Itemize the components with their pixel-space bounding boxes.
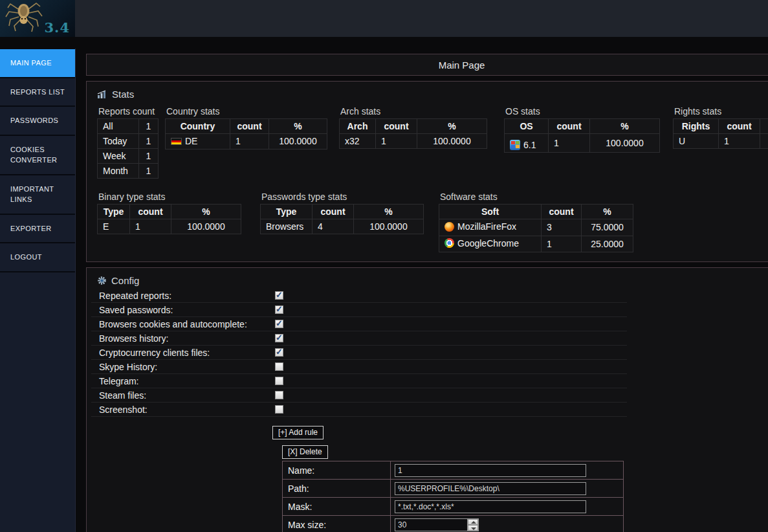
rule-mask-row: Mask: (283, 498, 624, 516)
sidebar-item-important-links[interactable]: IMPORTANT LINKS (0, 175, 75, 215)
rights-count: 1 (719, 134, 760, 149)
rule-maxsize-input[interactable] (395, 518, 479, 531)
soft-count: 1 (542, 236, 582, 252)
arch-stats-block: Arch stats Arch count % x32 1 100.0000 (339, 106, 487, 149)
spinner-down-icon[interactable] (468, 525, 478, 531)
rights-stats-table: Rights count % U 1 100.0000 (673, 118, 768, 149)
screenshot-checkbox[interactable] (275, 405, 283, 414)
option-label: Telegram: (99, 376, 275, 386)
table-header-row: Soft count % (439, 205, 633, 219)
binary-type-title: Binary type stats (98, 192, 241, 202)
ptype-pct: 100.0000 (354, 219, 424, 234)
row-value: 1 (139, 149, 159, 164)
col-header: count (719, 119, 760, 134)
os-stats-title: OS stats (505, 106, 660, 116)
browsers-history-checkbox[interactable] (275, 334, 283, 342)
config-option-saved-passwords: Saved passwords: (91, 303, 627, 317)
table-row: 6.1 1 100.0000 (505, 134, 660, 153)
config-option-repeated-reports: Repeated reports: (91, 289, 627, 303)
row-value: 1 (139, 119, 159, 134)
sidebar-item-reports-list[interactable]: REPORTS LIST (0, 78, 75, 107)
chart-icon (97, 90, 107, 99)
table-row: Week1 (98, 149, 159, 164)
col-header: count (376, 119, 417, 134)
repeated-reports-checkbox[interactable] (275, 291, 283, 300)
steam-files-checkbox[interactable] (275, 391, 283, 399)
soft-label: GoogleChrome (457, 238, 519, 249)
option-label: Browsers history: (99, 333, 275, 344)
config-section-title: Config (111, 275, 139, 286)
arch-pct: 100.0000 (417, 134, 487, 149)
passwords-type-table: Type count % Browsers 4 100.0000 (260, 204, 424, 234)
sidebar: MAIN PAGE REPORTS LIST PASSWORDS COOKIES… (0, 49, 76, 532)
rule-path-input[interactable] (395, 482, 586, 495)
sidebar-item-logout[interactable]: LOGOUT (0, 243, 75, 272)
arch-label: x32 (340, 134, 376, 149)
telegram-checkbox[interactable] (275, 377, 283, 385)
software-stats-title: Software stats (440, 192, 633, 202)
config-option-skype-history: Skype History: (91, 360, 627, 374)
country-count: 1 (230, 134, 269, 150)
col-header: % (590, 119, 660, 134)
ptype-label: Browsers (261, 219, 313, 234)
row-label: Week (98, 149, 139, 164)
chrome-icon (444, 238, 454, 248)
ptype-count: 4 (313, 219, 354, 234)
page-title: Main Page (86, 54, 768, 76)
country-pct: 100.0000 (269, 134, 327, 150)
col-header: count (549, 119, 590, 134)
skype-history-checkbox[interactable] (275, 362, 283, 371)
row-label: Today (98, 134, 139, 149)
row-value: 1 (139, 134, 159, 149)
arch-stats-table: Arch count % x32 1 100.0000 (339, 118, 487, 149)
col-header: Rights (674, 119, 719, 134)
table-header-row: Country count % (166, 119, 327, 134)
col-header: % (760, 119, 768, 134)
rule-path-row: Path: (283, 480, 624, 498)
stats-panel: Stats Reports count All1 Today1 Week1 Mo… (86, 81, 768, 262)
config-option-browsers-history: Browsers history: (91, 331, 627, 346)
option-label: Saved passwords: (99, 305, 275, 315)
stats-row-1: Reports count All1 Today1 Week1 Month1 C… (87, 102, 768, 179)
reports-count-title: Reports count (98, 106, 159, 116)
saved-passwords-checkbox[interactable] (275, 305, 283, 314)
sidebar-item-exporter[interactable]: EXPORTER (0, 215, 75, 244)
table-header-row: OS count % (505, 119, 660, 134)
rule-mask-input[interactable] (395, 500, 586, 513)
col-header: Soft (439, 205, 542, 219)
row-label: All (98, 119, 139, 134)
row-value: 1 (139, 164, 159, 179)
rule-maxsize-label: Max size: (283, 516, 391, 532)
app-version: 3.4 (44, 19, 70, 36)
cryptocurrency-checkbox[interactable] (275, 348, 283, 357)
option-label: Skype History: (99, 362, 275, 372)
rule-maxsize-row: Max size: (283, 516, 624, 532)
rule-name-label: Name: (283, 461, 391, 480)
passwords-type-stats-block: Passwords type stats Type count % Browse… (260, 192, 424, 234)
table-row: E 1 100.0000 (98, 219, 241, 234)
firefox-icon (444, 222, 454, 232)
table-row: Month1 (98, 164, 159, 179)
browsers-cookies-checkbox[interactable] (275, 320, 283, 328)
add-rule-button[interactable]: [+] Add rule (272, 426, 324, 439)
country-stats-title: Country stats (166, 106, 327, 116)
software-stats-table: Soft count % MozillaFireFox 3 75.0000 Go… (439, 204, 633, 252)
binary-label: E (98, 219, 130, 234)
delete-rule-button[interactable]: [X] Delete (282, 445, 328, 459)
windows-icon (510, 140, 520, 150)
option-label: Browsers cookies and autocomplete: (99, 319, 275, 329)
spinner-up-icon[interactable] (468, 519, 478, 525)
config-panel: Config Repeated reports: Saved passwords… (86, 267, 768, 532)
sidebar-item-main-page[interactable]: MAIN PAGE (0, 49, 75, 78)
col-header: count (130, 205, 171, 219)
sidebar-item-cookies-converter[interactable]: COOKIES CONVERTER (0, 136, 75, 175)
soft-label: MozillaFireFox (457, 221, 516, 232)
table-header-row: Arch count % (340, 119, 487, 134)
table-header-row: Rights count % (674, 119, 768, 134)
table-header-row: Type count % (98, 205, 241, 219)
stats-row-2: Binary type stats Type count % E 1 100.0… (87, 188, 768, 252)
rule-name-input[interactable] (395, 464, 586, 477)
sidebar-item-passwords[interactable]: PASSWORDS (0, 107, 75, 136)
reports-count-table: All1 Today1 Week1 Month1 (97, 118, 159, 179)
option-label: Repeated reports: (99, 291, 275, 301)
